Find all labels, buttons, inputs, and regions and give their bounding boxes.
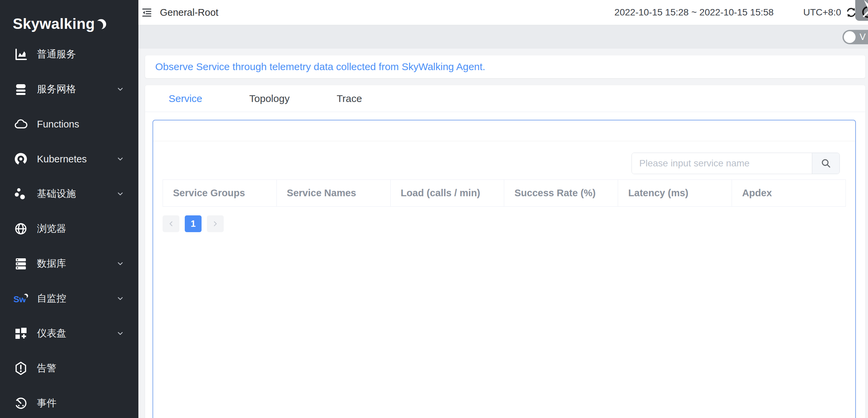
- main-area: General-Root 2022-10-15 15:28 ~ 2022-10-…: [138, 0, 868, 418]
- column-apdex: Apdex: [732, 180, 846, 207]
- content-area: Observe Service through telemetry data c…: [138, 49, 868, 418]
- sidebar-item-label: 事件: [37, 396, 56, 410]
- column-load: Load (calls / min): [390, 180, 504, 207]
- mesh-layers-icon: [13, 82, 28, 97]
- column-service-groups: Service Groups: [163, 180, 277, 207]
- sidebar-item-service-mesh[interactable]: 服务网格: [0, 72, 138, 107]
- skywalking-sw-icon: Sw: [13, 291, 28, 306]
- chevron-down-icon: [116, 85, 124, 93]
- timezone-selector[interactable]: UTC+8:0: [803, 7, 841, 18]
- previous-page-button[interactable]: [163, 215, 179, 232]
- sidebar-item-label: 数据库: [37, 257, 66, 270]
- column-latency: Latency (ms): [618, 180, 732, 207]
- next-page-button[interactable]: [207, 215, 224, 232]
- notice-text: Observe Service through telemetry data c…: [155, 61, 486, 72]
- tab-service[interactable]: Service: [168, 93, 202, 104]
- column-success-rate: Success Rate (%): [504, 180, 618, 207]
- sidebar-item-label: 告警: [37, 362, 56, 375]
- chevron-down-icon: [116, 294, 124, 303]
- sidebar-item-database[interactable]: 数据库: [0, 246, 138, 281]
- corner-overlay: [855, 0, 868, 21]
- sidebar-item-label: Functions: [37, 119, 79, 130]
- search-row: [163, 141, 846, 179]
- alarm-hexagon-icon: [13, 361, 28, 376]
- tab-content: Service Groups Service Names Load (calls…: [145, 112, 865, 418]
- logo-text: Skywalking: [13, 15, 95, 32]
- dashboard-grid-icon: [13, 326, 28, 341]
- sidebar-item-functions[interactable]: Functions: [0, 107, 138, 142]
- sidebar-item-events[interactable]: 事件: [0, 386, 138, 418]
- skywalking-logo: Skywalking: [0, 0, 138, 32]
- tab-trace[interactable]: Trace: [337, 93, 362, 104]
- sidebar-item-dashboards[interactable]: 仪表盘: [0, 316, 138, 351]
- table-header-row: Service Groups Service Names Load (calls…: [163, 180, 846, 207]
- search-button[interactable]: [812, 153, 839, 174]
- tab-header: Service Topology Trace: [145, 85, 865, 112]
- panel-toolbar: [153, 120, 855, 141]
- page-number-active[interactable]: 1: [185, 215, 202, 232]
- chevron-down-icon: [116, 260, 124, 268]
- notice-card: Observe Service through telemetry data c…: [145, 55, 865, 78]
- chevron-down-icon: [116, 329, 124, 338]
- sidebar: Skywalking 普通服务: [0, 0, 138, 418]
- sidebar-item-label: 服务网格: [37, 82, 76, 96]
- sidebar-collapse-button[interactable]: [141, 7, 153, 18]
- tabs-card: Service Topology Trace: [145, 85, 865, 418]
- sidebar-nav: 普通服务 服务网格: [0, 37, 138, 418]
- sidebar-item-label: 基础设施: [37, 187, 76, 201]
- infrastructure-dots-icon: [13, 186, 28, 201]
- sidebar-item-alerting[interactable]: 告警: [0, 351, 138, 386]
- secondary-toolbar: V: [138, 25, 868, 49]
- page-title: General-Root: [160, 7, 218, 18]
- version-toggle[interactable]: V: [842, 30, 868, 44]
- column-service-names: Service Names: [276, 180, 390, 207]
- sidebar-item-general-service[interactable]: 普通服务: [0, 37, 138, 72]
- panel-body: Service Groups Service Names Load (calls…: [153, 141, 855, 232]
- database-icon: [13, 256, 28, 271]
- sidebar-item-browser[interactable]: 浏览器: [0, 211, 138, 246]
- time-range-picker[interactable]: 2022-10-15 15:28 ~ 2022-10-15 15:58: [614, 7, 774, 18]
- services-table: Service Groups Service Names Load (calls…: [163, 179, 846, 207]
- chevron-down-icon: [116, 155, 124, 163]
- sidebar-item-label: 浏览器: [37, 222, 66, 236]
- sidebar-item-self-observability[interactable]: Sw 自监控: [0, 281, 138, 316]
- search-input[interactable]: [632, 153, 812, 174]
- sidebar-item-label: 仪表盘: [37, 327, 66, 340]
- toggle-knob: [844, 31, 856, 43]
- sidebar-item-label: 普通服务: [37, 48, 76, 61]
- crescent-moon-icon: [94, 16, 108, 34]
- sidebar-item-kubernetes[interactable]: Kubernetes: [0, 142, 138, 176]
- chart-icon: [13, 47, 28, 62]
- topbar: General-Root 2022-10-15 15:28 ~ 2022-10-…: [138, 0, 868, 25]
- toggle-label: V: [860, 32, 866, 42]
- pagination: 1: [163, 215, 846, 232]
- sidebar-item-infrastructure[interactable]: 基础设施: [0, 176, 138, 211]
- globe-icon: [13, 221, 28, 236]
- sidebar-item-label: 自监控: [37, 292, 66, 305]
- chevron-down-icon: [116, 190, 124, 198]
- service-panel: Service Groups Service Names Load (calls…: [153, 120, 856, 418]
- app-root: Skywalking 普通服务: [0, 0, 868, 418]
- events-clock-icon: [13, 396, 28, 411]
- search-box: [631, 153, 840, 174]
- kubernetes-icon: [13, 152, 28, 166]
- cloud-icon: [13, 117, 28, 132]
- sidebar-item-label: Kubernetes: [37, 154, 87, 165]
- tab-topology[interactable]: Topology: [249, 93, 289, 104]
